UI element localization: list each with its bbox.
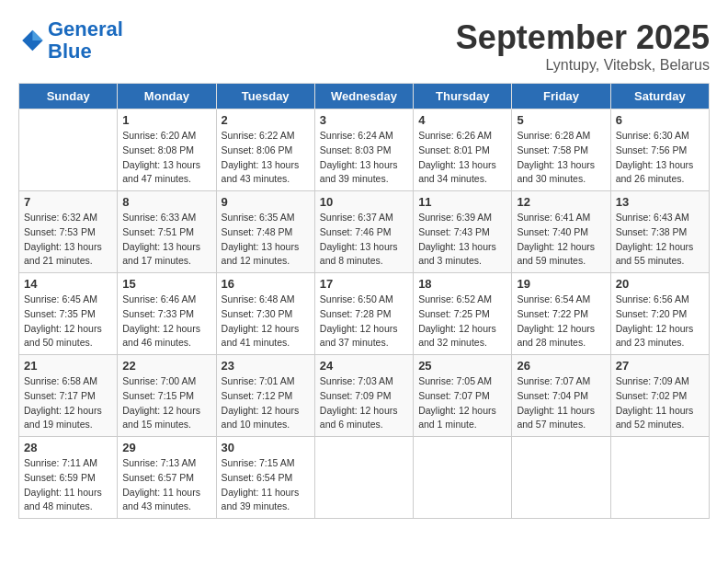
day-number: 19 xyxy=(517,277,605,291)
calendar-cell: 8Sunrise: 6:33 AMSunset: 7:51 PMDaylight… xyxy=(118,191,216,273)
calendar-week-row: 14Sunrise: 6:45 AMSunset: 7:35 PMDayligh… xyxy=(19,273,710,355)
day-number: 30 xyxy=(222,441,310,454)
logo-icon xyxy=(18,28,44,53)
day-number: 13 xyxy=(616,195,704,209)
day-number: 16 xyxy=(222,277,310,291)
day-number: 8 xyxy=(122,195,210,209)
calendar-cell: 27Sunrise: 7:09 AMSunset: 7:02 PMDayligh… xyxy=(610,355,709,437)
day-info: Sunrise: 6:58 AMSunset: 7:17 PMDaylight:… xyxy=(24,374,112,432)
day-info: Sunrise: 6:39 AMSunset: 7:43 PMDaylight:… xyxy=(418,211,506,269)
calendar-cell: 30Sunrise: 7:15 AMSunset: 6:54 PMDayligh… xyxy=(216,437,314,519)
day-info: Sunrise: 6:46 AMSunset: 7:33 PMDaylight:… xyxy=(122,293,210,350)
calendar-cell: 21Sunrise: 6:58 AMSunset: 7:17 PMDayligh… xyxy=(19,355,118,437)
month-title: September 2025 xyxy=(456,18,710,57)
day-info: Sunrise: 6:26 AMSunset: 8:01 PMDaylight:… xyxy=(418,129,506,187)
calendar-cell: 23Sunrise: 7:01 AMSunset: 7:12 PMDayligh… xyxy=(216,355,314,437)
calendar-cell: 29Sunrise: 7:13 AMSunset: 6:57 PMDayligh… xyxy=(118,437,216,519)
calendar-cell: 22Sunrise: 7:00 AMSunset: 7:15 PMDayligh… xyxy=(118,355,216,437)
day-info: Sunrise: 7:11 AMSunset: 6:59 PMDaylight:… xyxy=(24,456,112,514)
calendar-cell xyxy=(314,437,413,519)
day-of-week-header: Monday xyxy=(118,84,216,109)
day-info: Sunrise: 6:30 AMSunset: 7:56 PMDaylight:… xyxy=(616,129,704,187)
day-number: 20 xyxy=(616,277,704,291)
day-number: 17 xyxy=(320,277,408,291)
day-number: 12 xyxy=(517,195,605,209)
logo-text: General Blue xyxy=(48,18,123,63)
day-number: 28 xyxy=(24,441,112,454)
day-number: 25 xyxy=(418,359,506,373)
day-of-week-header: Saturday xyxy=(610,84,709,109)
day-of-week-header: Wednesday xyxy=(314,84,413,109)
calendar-cell: 26Sunrise: 7:07 AMSunset: 7:04 PMDayligh… xyxy=(512,355,610,437)
day-number: 3 xyxy=(320,113,408,127)
calendar-week-row: 21Sunrise: 6:58 AMSunset: 7:17 PMDayligh… xyxy=(19,355,710,437)
day-number: 4 xyxy=(418,113,506,127)
calendar-cell: 20Sunrise: 6:56 AMSunset: 7:20 PMDayligh… xyxy=(610,273,709,355)
day-info: Sunrise: 6:24 AMSunset: 8:03 PMDaylight:… xyxy=(320,129,408,187)
day-info: Sunrise: 7:05 AMSunset: 7:07 PMDaylight:… xyxy=(418,374,506,432)
calendar-cell: 9Sunrise: 6:35 AMSunset: 7:48 PMDaylight… xyxy=(216,191,314,273)
calendar-cell: 12Sunrise: 6:41 AMSunset: 7:40 PMDayligh… xyxy=(512,191,610,273)
day-info: Sunrise: 6:56 AMSunset: 7:20 PMDaylight:… xyxy=(616,293,704,350)
day-info: Sunrise: 6:20 AMSunset: 8:08 PMDaylight:… xyxy=(122,129,210,187)
day-number: 14 xyxy=(24,277,112,291)
calendar-cell xyxy=(610,437,709,519)
calendar-cell: 18Sunrise: 6:52 AMSunset: 7:25 PMDayligh… xyxy=(414,273,512,355)
calendar-cell: 2Sunrise: 6:22 AMSunset: 8:06 PMDaylight… xyxy=(216,109,314,191)
day-info: Sunrise: 6:33 AMSunset: 7:51 PMDaylight:… xyxy=(122,211,210,269)
day-info: Sunrise: 7:07 AMSunset: 7:04 PMDaylight:… xyxy=(517,374,605,432)
page-header: General Blue September 2025 Lyntupy, Vit… xyxy=(18,18,710,74)
title-block: September 2025 Lyntupy, Vitebsk, Belarus xyxy=(456,18,710,74)
day-info: Sunrise: 7:03 AMSunset: 7:09 PMDaylight:… xyxy=(320,374,408,432)
calendar-cell: 3Sunrise: 6:24 AMSunset: 8:03 PMDaylight… xyxy=(314,109,413,191)
calendar-cell: 4Sunrise: 6:26 AMSunset: 8:01 PMDaylight… xyxy=(414,109,512,191)
calendar-cell: 7Sunrise: 6:32 AMSunset: 7:53 PMDaylight… xyxy=(19,191,118,273)
calendar-cell: 28Sunrise: 7:11 AMSunset: 6:59 PMDayligh… xyxy=(19,437,118,519)
calendar-cell: 1Sunrise: 6:20 AMSunset: 8:08 PMDaylight… xyxy=(118,109,216,191)
day-number: 11 xyxy=(418,195,506,209)
day-info: Sunrise: 6:28 AMSunset: 7:58 PMDaylight:… xyxy=(517,129,605,187)
day-number: 9 xyxy=(222,195,310,209)
day-number: 26 xyxy=(517,359,605,373)
day-info: Sunrise: 7:13 AMSunset: 6:57 PMDaylight:… xyxy=(122,456,210,514)
day-number: 6 xyxy=(616,113,704,127)
day-number: 23 xyxy=(222,359,310,373)
days-header-row: SundayMondayTuesdayWednesdayThursdayFrid… xyxy=(19,84,710,109)
day-number: 15 xyxy=(122,277,210,291)
day-info: Sunrise: 7:01 AMSunset: 7:12 PMDaylight:… xyxy=(222,374,310,432)
day-number: 22 xyxy=(122,359,210,373)
day-of-week-header: Sunday xyxy=(19,84,118,109)
day-info: Sunrise: 6:41 AMSunset: 7:40 PMDaylight:… xyxy=(517,211,605,269)
day-number: 27 xyxy=(616,359,704,373)
calendar-cell: 24Sunrise: 7:03 AMSunset: 7:09 PMDayligh… xyxy=(314,355,413,437)
calendar-week-row: 28Sunrise: 7:11 AMSunset: 6:59 PMDayligh… xyxy=(19,437,710,519)
calendar-cell: 15Sunrise: 6:46 AMSunset: 7:33 PMDayligh… xyxy=(118,273,216,355)
location-subtitle: Lyntupy, Vitebsk, Belarus xyxy=(456,57,710,74)
day-number: 10 xyxy=(320,195,408,209)
day-info: Sunrise: 6:43 AMSunset: 7:38 PMDaylight:… xyxy=(616,211,704,269)
calendar-cell: 19Sunrise: 6:54 AMSunset: 7:22 PMDayligh… xyxy=(512,273,610,355)
day-info: Sunrise: 6:54 AMSunset: 7:22 PMDaylight:… xyxy=(517,293,605,350)
calendar-cell xyxy=(512,437,610,519)
calendar-cell: 25Sunrise: 7:05 AMSunset: 7:07 PMDayligh… xyxy=(414,355,512,437)
day-info: Sunrise: 6:32 AMSunset: 7:53 PMDaylight:… xyxy=(24,211,112,269)
day-number: 2 xyxy=(222,113,310,127)
day-info: Sunrise: 7:09 AMSunset: 7:02 PMDaylight:… xyxy=(616,374,704,432)
day-number: 24 xyxy=(320,359,408,373)
day-info: Sunrise: 6:52 AMSunset: 7:25 PMDaylight:… xyxy=(418,293,506,350)
day-info: Sunrise: 6:22 AMSunset: 8:06 PMDaylight:… xyxy=(222,129,310,187)
calendar-cell: 13Sunrise: 6:43 AMSunset: 7:38 PMDayligh… xyxy=(610,191,709,273)
calendar-cell xyxy=(19,109,118,191)
calendar-table: SundayMondayTuesdayWednesdayThursdayFrid… xyxy=(18,83,710,519)
calendar-week-row: 7Sunrise: 6:32 AMSunset: 7:53 PMDaylight… xyxy=(19,191,710,273)
calendar-cell: 16Sunrise: 6:48 AMSunset: 7:30 PMDayligh… xyxy=(216,273,314,355)
calendar-cell: 10Sunrise: 6:37 AMSunset: 7:46 PMDayligh… xyxy=(314,191,413,273)
day-number: 5 xyxy=(517,113,605,127)
day-of-week-header: Friday xyxy=(512,84,610,109)
calendar-cell: 14Sunrise: 6:45 AMSunset: 7:35 PMDayligh… xyxy=(19,273,118,355)
calendar-cell: 5Sunrise: 6:28 AMSunset: 7:58 PMDaylight… xyxy=(512,109,610,191)
day-number: 1 xyxy=(122,113,210,127)
calendar-cell: 11Sunrise: 6:39 AMSunset: 7:43 PMDayligh… xyxy=(414,191,512,273)
calendar-cell xyxy=(414,437,512,519)
calendar-cell: 6Sunrise: 6:30 AMSunset: 7:56 PMDaylight… xyxy=(610,109,709,191)
